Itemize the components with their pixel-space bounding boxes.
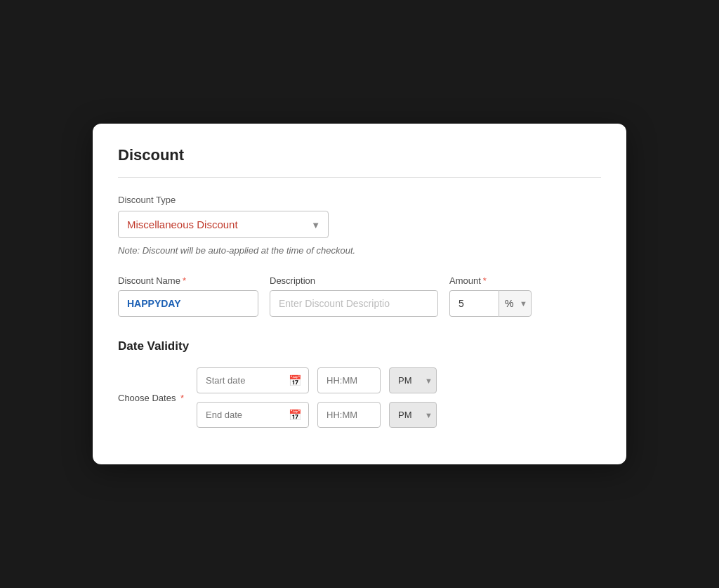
start-ampm-wrapper: PM AM ▼ xyxy=(389,367,437,393)
amount-group: Amount* % $ ▼ xyxy=(449,275,532,317)
discount-name-input[interactable] xyxy=(118,290,258,317)
start-date-wrapper: 📅 xyxy=(197,367,309,393)
discount-type-section: Discount Type Miscellaneous DiscountPerc… xyxy=(118,195,601,256)
discount-type-dropdown-wrapper: Miscellaneous DiscountPercentage Discoun… xyxy=(118,211,329,238)
choose-dates-row: Choose Dates * 📅 PM AM ▼ xyxy=(118,367,601,428)
amount-required-star: * xyxy=(483,275,487,286)
description-group: Description xyxy=(270,275,438,317)
amount-input[interactable] xyxy=(449,290,499,317)
start-ampm-select[interactable]: PM AM xyxy=(389,367,437,393)
choose-dates-label: Choose Dates * xyxy=(118,393,188,403)
end-date-wrapper: 📅 xyxy=(197,402,309,428)
start-date-block: 📅 PM AM ▼ xyxy=(197,367,437,393)
start-time-input[interactable] xyxy=(317,367,381,393)
discount-name-group: Discount Name* xyxy=(118,275,258,317)
fields-row: Discount Name* Description Amount* % $ ▼ xyxy=(118,275,601,317)
end-ampm-wrapper: PM AM ▼ xyxy=(389,402,437,428)
end-date-block: 📅 PM AM ▼ xyxy=(197,402,437,428)
date-rows-group: 📅 PM AM ▼ 📅 xyxy=(197,367,437,428)
end-date-input[interactable] xyxy=(197,402,309,428)
discount-name-label: Discount Name* xyxy=(118,275,258,286)
card-title: Discount xyxy=(118,146,601,164)
dates-required-star: * xyxy=(180,393,184,403)
discount-modal: Discount Discount Type Miscellaneous Dis… xyxy=(93,124,626,464)
unit-select[interactable]: % $ xyxy=(499,290,532,317)
description-input[interactable] xyxy=(270,290,438,317)
unit-wrapper: % $ ▼ xyxy=(499,290,532,317)
start-date-input[interactable] xyxy=(197,367,309,393)
divider xyxy=(118,177,601,178)
name-required-star: * xyxy=(183,275,186,286)
discount-type-label: Discount Type xyxy=(118,195,601,205)
date-validity-section: Date Validity Choose Dates * 📅 PM AM xyxy=(118,339,601,428)
description-label: Description xyxy=(270,275,438,286)
discount-type-select[interactable]: Miscellaneous DiscountPercentage Discoun… xyxy=(118,211,329,238)
checkout-note: Note: Discount will be auto-applied at t… xyxy=(118,245,601,256)
end-time-input[interactable] xyxy=(317,402,381,428)
amount-label: Amount* xyxy=(449,275,532,286)
amount-input-group: % $ ▼ xyxy=(449,290,532,317)
end-ampm-select[interactable]: PM AM xyxy=(389,402,437,428)
date-validity-title: Date Validity xyxy=(118,339,601,353)
